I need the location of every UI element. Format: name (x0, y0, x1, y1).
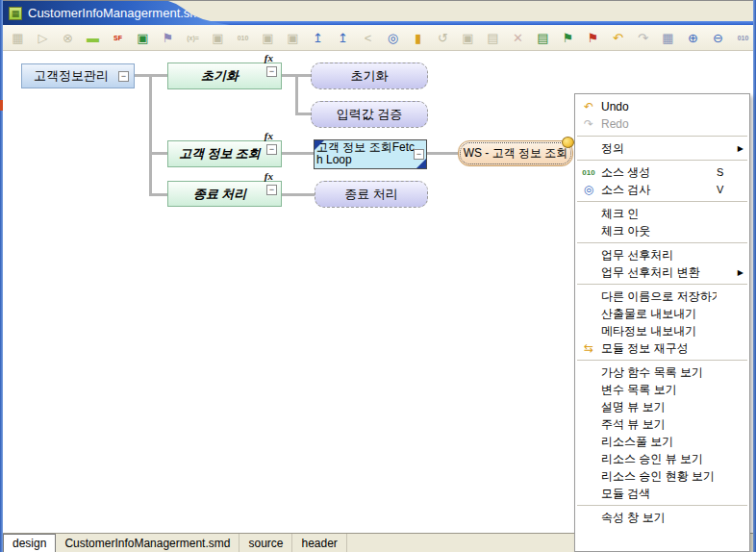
zoom-out-icon[interactable]: ⊖ (710, 30, 726, 46)
menu-item-rebuild-module-info[interactable]: ⇆모듈 정보 재구성 (575, 339, 749, 357)
menu-item-redo[interactable]: ↷Redo (575, 115, 749, 133)
database-icon[interactable]: ▮ (410, 30, 426, 46)
menu-accelerator: V (717, 184, 734, 195)
collapse-toggle-icon[interactable]: − (266, 185, 277, 195)
menu-item-label: 체크 아웃 (598, 223, 717, 239)
menu-item-view-resource-approval[interactable]: 리소스 승인 뷰 보기 (575, 450, 749, 467)
bottom-tab-source[interactable]: source (239, 534, 292, 552)
export-doc-icon-2[interactable]: ↥ (335, 30, 351, 46)
export-flow-icon[interactable]: ▷ (35, 30, 51, 46)
sf-service-icon[interactable]: SF (110, 30, 126, 46)
node-label: WS - 고객 정보 조회 (464, 145, 568, 162)
node-activity-terminate[interactable]: 종료 처리 (315, 181, 428, 208)
redo-icon[interactable]: ↷ (635, 30, 651, 46)
binary-doc-icon[interactable]: 010 (235, 30, 251, 46)
bottom-tab-customerinfomanagerment-smd[interactable]: CustomerInfoManagerment.smd (56, 534, 239, 552)
node-activity-input-validation[interactable]: 입력값 검증 (311, 101, 428, 128)
variable-assign-icon[interactable]: (x)= (185, 30, 201, 46)
checklist-icon[interactable]: ▤ (535, 30, 551, 46)
editor-window: ▦ CustomerInfoManagerment.smd ✕ ▦▷⊗▬SF▣⚑… (0, 0, 756, 552)
collapse-toggle-icon[interactable]: − (266, 144, 277, 155)
flag-frame-icon[interactable]: ⚑ (160, 30, 176, 46)
menu-item-label: 주석 뷰 보기 (598, 416, 717, 433)
module-diagram-icon[interactable]: ▦ (10, 30, 26, 46)
delete-circle-icon[interactable]: ⊗ (60, 30, 76, 46)
undo-icon[interactable]: ↶ (610, 30, 626, 46)
export-doc-icon[interactable]: ↥ (310, 30, 326, 46)
redo-icon: ↷ (579, 117, 598, 131)
menu-item-label: 정의 (598, 140, 717, 157)
menu-item-label: 업무 선후처리 변환 (598, 264, 717, 281)
menu-item-check-out[interactable]: 체크 아웃 (575, 222, 749, 239)
menu-item-pre-post-process-convert[interactable]: 업무 선후처리 변환▶ (575, 263, 749, 281)
table-icon[interactable]: ▦ (660, 30, 676, 46)
connector-line (427, 152, 458, 155)
node-activity-init[interactable]: 초기화 (311, 63, 428, 89)
node-label: 고객 정보 조회 (179, 145, 270, 163)
menu-item-view-description[interactable]: 설명 뷰 보기 (575, 398, 749, 415)
menu-item-label: 체크 인 (598, 206, 717, 222)
menu-item-label: 소스 생성 (598, 164, 717, 181)
editor-tab-title: CustomerInfoManagerment.smd (28, 6, 207, 20)
collapse-toggle-icon[interactable]: − (266, 66, 277, 77)
connector-line (295, 113, 311, 115)
node-fx-terminate[interactable]: fx 종료 처리 − (167, 181, 282, 207)
method-frame-icon[interactable]: ▣ (135, 30, 151, 46)
zoom-in-icon[interactable]: ⊕ (685, 30, 701, 46)
menu-item-save-as[interactable]: 다른 이름으로 저장하기 (575, 288, 749, 305)
collapse-toggle-icon[interactable]: − (118, 71, 129, 82)
node-label: 고객정보관리 (34, 67, 109, 85)
less-than-icon[interactable]: < (360, 30, 376, 46)
node-ws-customer-info-query[interactable]: WS - 고객 정보 조회 (458, 140, 573, 166)
menu-separator (577, 136, 747, 137)
menu-item-check-in[interactable]: 체크 인 (575, 205, 749, 222)
copy-zero-icon[interactable]: ▣ (260, 30, 276, 46)
node-fx-init[interactable]: fx 초기화 − (167, 63, 282, 89)
sync-icon[interactable]: ↺ (435, 30, 451, 46)
node-customer-info-root[interactable]: 고객정보관리 − (21, 63, 135, 88)
flag-red-doc-icon[interactable]: ⚑ (585, 30, 601, 46)
connector-line (149, 152, 167, 155)
rebuild-icon: ⇆ (579, 341, 598, 355)
menu-item-view-variables[interactable]: 변수 목록 보기 (575, 381, 749, 398)
menu-item-view-virtual-functions[interactable]: 가상 함수 목록 보기 (575, 364, 749, 381)
copy-icon[interactable]: ▣ (460, 30, 476, 46)
paste-icon[interactable]: ▤ (485, 30, 501, 46)
node-label: 고객 정보 조회Fetch Loop (315, 140, 426, 167)
frame-icon[interactable]: ▣ (210, 30, 226, 46)
toolbar: ▦▷⊗▬SF▣⚑(x)=▣010▣▣↥↥<◎▮↺▣▤✕▤⚑⚑↶↷▦⊕⊖010 (3, 25, 753, 51)
menu-item-label: 속성 창 보기 (598, 510, 717, 526)
loop-corner-icon (416, 159, 426, 168)
search-source-icon[interactable]: ◎ (385, 30, 401, 46)
menu-item-view-properties[interactable]: 속성 창 보기 (575, 509, 749, 526)
menu-item-undo[interactable]: ↶Undo (575, 98, 749, 115)
menu-item-export-artifact[interactable]: 산출물로 내보내기 (575, 305, 749, 322)
menu-item-view-annotation[interactable]: 주석 뷰 보기 (575, 415, 749, 433)
menu-item-label: Undo (598, 100, 717, 113)
menu-item-inspect-source[interactable]: ◎소스 검사V (575, 181, 749, 198)
menu-item-label: 모듈 정보 재구성 (598, 340, 717, 357)
node-fx-customer-info-query[interactable]: fx 고객 정보 조회 − (167, 140, 282, 167)
menu-item-label: 메타정보 내보내기 (598, 323, 717, 339)
menu-item-pre-post-process[interactable]: 업무 선후처리 (575, 246, 749, 263)
menu-item-label: 가상 함수 목록 보기 (598, 364, 717, 381)
menu-item-define[interactable]: 정의▶ (575, 139, 749, 157)
binary-doc-icon-2[interactable]: 010 (735, 30, 751, 46)
menu-item-view-resource-approval-status[interactable]: 리소스 승인 현황 보기 (575, 467, 749, 485)
menu-item-module-search[interactable]: 모듈 검색 (575, 485, 749, 502)
node-label: 초기화 (201, 67, 248, 85)
flag-green-doc-icon[interactable]: ⚑ (560, 30, 576, 46)
menu-item-label: 변수 목록 보기 (598, 382, 717, 398)
collapse-toggle-icon[interactable]: − (414, 149, 424, 160)
menu-item-label: 산출물로 내보내기 (598, 306, 717, 322)
copy-zero-icon-2[interactable]: ▣ (285, 30, 301, 46)
bottom-tab-header[interactable]: header (292, 534, 346, 552)
bottom-tab-design[interactable]: design (3, 534, 56, 552)
delete-x-icon[interactable]: ✕ (510, 30, 526, 46)
menu-item-generate-source[interactable]: 010소스 생성S (575, 163, 749, 181)
menu-item-export-metadata[interactable]: 메타정보 내보내기 (575, 322, 749, 339)
menu-item-view-resource-pool[interactable]: 리소스풀 보기 (575, 433, 749, 450)
connector-line (295, 74, 298, 115)
node-fetch-loop[interactable]: 고객 정보 조회Fetch Loop − (314, 139, 427, 169)
value-chip-icon[interactable]: ▬ (85, 30, 101, 46)
